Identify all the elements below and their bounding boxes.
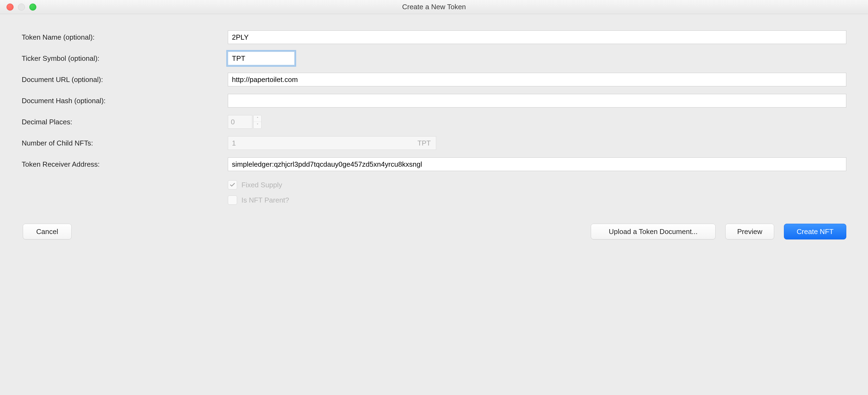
upload-token-document-button[interactable]: Upload a Token Document...: [591, 224, 716, 239]
preview-button[interactable]: Preview: [725, 224, 774, 239]
child-nft-count-label: Number of Child NFTs:: [22, 139, 217, 147]
child-nft-count-field: TPT: [228, 136, 436, 150]
stepper-up-icon: ˄: [254, 115, 261, 122]
window-minimize-icon: [18, 3, 25, 10]
token-name-label: Token Name (optional):: [22, 33, 217, 41]
checkbox-box-icon: [228, 195, 237, 205]
create-nft-button[interactable]: Create NFT: [784, 224, 846, 239]
checkmark-icon: [229, 182, 236, 188]
decimal-places-spinner-buttons: ˄ ˅: [253, 115, 261, 129]
decimal-places-label: Decimal Places:: [22, 118, 217, 126]
ticker-symbol-input[interactable]: [228, 52, 294, 65]
checkbox-box-icon: [228, 180, 237, 190]
window-controls: [6, 3, 36, 10]
fixed-supply-label: Fixed Supply: [241, 181, 282, 189]
dialog-button-row: Cancel Upload a Token Document... Previe…: [22, 224, 846, 239]
create-token-form: Token Name (optional): Ticker Symbol (op…: [22, 30, 846, 205]
token-name-input[interactable]: [228, 30, 846, 44]
window-zoom-icon[interactable]: [29, 3, 36, 10]
window-close-icon[interactable]: [6, 3, 13, 10]
document-hash-label: Document Hash (optional):: [22, 97, 217, 105]
titlebar: Create a New Token: [0, 0, 868, 14]
receiver-address-input[interactable]: [228, 158, 846, 171]
decimal-places-stepper: ˄ ˅: [228, 115, 846, 129]
cancel-button[interactable]: Cancel: [23, 224, 72, 239]
is-nft-parent-label: Is NFT Parent?: [241, 196, 289, 204]
window-title: Create a New Token: [402, 3, 466, 11]
document-hash-input[interactable]: [228, 94, 846, 108]
document-url-input[interactable]: [228, 73, 846, 86]
decimal-places-input: [228, 115, 252, 129]
fixed-supply-checkbox: Fixed Supply: [228, 180, 846, 190]
document-url-label: Document URL (optional):: [22, 76, 217, 84]
receiver-address-label: Token Receiver Address:: [22, 160, 217, 169]
is-nft-parent-checkbox: Is NFT Parent?: [228, 195, 846, 205]
ticker-symbol-label: Ticker Symbol (optional):: [22, 54, 217, 63]
child-nft-count-input: [228, 136, 436, 150]
stepper-down-icon: ˅: [254, 122, 261, 129]
